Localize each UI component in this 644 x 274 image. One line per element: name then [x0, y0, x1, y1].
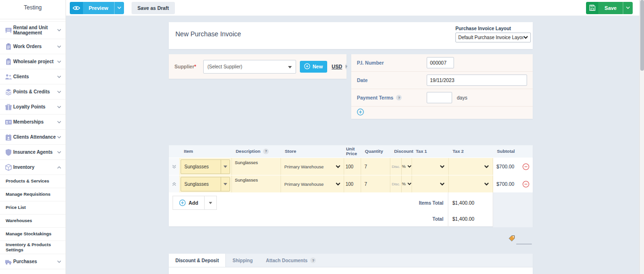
tab-attach-documents[interactable]: Attach Documents? — [259, 254, 322, 267]
sidebar-item-points-credits[interactable]: Points & Credits — [0, 84, 66, 99]
item-select[interactable]: Sunglasses — [181, 159, 230, 174]
date-label: Date — [357, 77, 427, 83]
row-move-down-handle[interactable] — [169, 158, 179, 175]
days-suffix: days — [457, 95, 467, 100]
store-select[interactable]: Primary Warehouse — [281, 182, 344, 187]
preview-dropdown-caret[interactable] — [114, 2, 124, 14]
invoice-details-panel: P.I. Number Date Payment Terms? days — [351, 54, 533, 119]
total-value: $1,400.00 — [452, 216, 474, 222]
clipboard-icon — [5, 58, 13, 66]
invoice-layout-select[interactable]: Default Purchase Invoice Layout — [455, 33, 531, 42]
currency-help-icon[interactable]: ? — [345, 64, 347, 69]
unit-price-cell[interactable]: 100 — [344, 158, 361, 175]
discount-unit-select[interactable]: % — [401, 175, 412, 192]
sidebar-subitem-products-services[interactable]: Products & Services — [0, 174, 66, 188]
add-field-plus-icon[interactable] — [357, 108, 364, 117]
add-field-row — [351, 107, 533, 119]
discount-input[interactable] — [390, 182, 401, 186]
sidebar-item-label: Work Orders — [13, 44, 57, 50]
store-select-value: Primary Warehouse — [284, 164, 336, 169]
sidebar-item-clients-attendance[interactable]: Clients Attendance — [0, 129, 66, 144]
new-supplier-button[interactable]: New — [300, 61, 327, 73]
tax1-select[interactable] — [412, 175, 448, 192]
sidebar-subitem-label: Products & Services — [6, 179, 62, 184]
sidebar-subitem-manage-requisitions[interactable]: Manage Requisitions — [0, 188, 66, 201]
quantity-cell[interactable]: 7 — [361, 158, 390, 175]
tax2-cell — [449, 175, 493, 192]
tax2-select[interactable] — [449, 175, 493, 192]
sidebar-item-label: Memberships — [13, 119, 57, 125]
store-cell: Primary Warehouse — [281, 175, 344, 192]
add-item-button[interactable]: Add — [173, 196, 205, 210]
store-cell: Primary Warehouse — [281, 158, 344, 175]
people-icon — [5, 73, 13, 81]
page-title: New Purchase Invoice — [175, 30, 241, 38]
unit-price-cell[interactable]: 100 — [344, 175, 361, 192]
sidebar-item-inventory[interactable]: Inventory — [0, 159, 66, 174]
save-button[interactable]: Save — [586, 2, 633, 14]
vertical-scrollbar[interactable] — [639, 0, 644, 274]
layers-icon — [5, 88, 13, 96]
store-select[interactable]: Primary Warehouse — [281, 164, 344, 169]
sidebar-item-rental-unit-management[interactable]: Rental and Unit Management — [0, 21, 66, 39]
save-dropdown-caret[interactable] — [623, 2, 633, 14]
payment-terms-input[interactable] — [427, 92, 452, 103]
tab-discount-deposit[interactable]: Discount & Deposit — [169, 254, 226, 267]
pi-number-input[interactable] — [427, 57, 454, 68]
description-help-icon[interactable]: ? — [263, 149, 269, 154]
supplier-select-value: (Select Supplier) — [207, 64, 288, 69]
payment-terms-help-icon[interactable]: ? — [396, 95, 402, 100]
layout-select-label: Purchase Invoice Layout — [455, 26, 531, 31]
sidebar-item-work-orders[interactable]: Work Orders — [0, 39, 66, 54]
chevron-down-icon — [57, 106, 62, 108]
sidebar-item-wholesale-project[interactable]: Wholesale project — [0, 54, 66, 69]
calendar-person-icon — [5, 133, 13, 141]
tab-shipping[interactable]: Shipping — [226, 254, 259, 267]
chevron-down-icon — [57, 45, 62, 48]
tags-icon[interactable] — [508, 235, 515, 244]
bottom-tabs-card: Discount & Deposit Shipping Attach Docum… — [169, 254, 533, 274]
tax2-select[interactable] — [449, 158, 493, 175]
quantity-cell[interactable]: 7 — [361, 175, 390, 192]
id-card-icon — [5, 118, 13, 126]
tags-input[interactable] — [516, 244, 532, 244]
sidebar-subitem-manage-stocktakings[interactable]: Manage Stocktakings — [0, 227, 66, 241]
sidebar-subitem-label: Manage Stocktakings — [6, 232, 62, 237]
sidebar-item-memberships[interactable]: Memberships — [0, 114, 66, 129]
remove-row-button[interactable] — [519, 175, 533, 192]
sidebar-item-purchases[interactable]: Purchases — [0, 254, 66, 269]
sidebar-item-loyalty-points[interactable]: Loyalty Points — [0, 99, 66, 114]
sidebar-item-insurance-agents[interactable]: Insurance Agents — [0, 144, 66, 159]
currency-link[interactable]: USD — [332, 64, 342, 69]
sidebar-subitem-label: Inventory & Products Settings — [6, 242, 62, 253]
tax1-select[interactable] — [412, 158, 448, 175]
supplier-select[interactable]: (Select Supplier) — [203, 60, 296, 74]
sidebar-item-label: Inventory — [13, 165, 57, 170]
description-cell[interactable]: Sunglasses — [232, 158, 281, 175]
discount-cell: % — [390, 158, 412, 175]
save-as-draft-button[interactable]: Save as Draft — [132, 2, 175, 14]
discount-unit-select[interactable]: % — [401, 158, 412, 175]
sidebar-item-clients[interactable]: Clients — [0, 69, 66, 84]
scrollbar-thumb[interactable] — [640, 0, 644, 71]
chevron-down-icon — [57, 60, 62, 63]
remove-row-button[interactable] — [519, 158, 533, 175]
item-select[interactable]: Sunglasses — [181, 177, 230, 191]
sidebar-item-label: Purchases — [13, 259, 57, 265]
tax1-cell — [412, 175, 449, 192]
sidebar-subitem-price-list[interactable]: Price List — [0, 201, 66, 214]
attach-documents-help-icon[interactable]: ? — [310, 257, 316, 263]
tax2-cell — [449, 158, 493, 175]
sidebar-item-label: Wholesale project — [13, 59, 57, 65]
sidebar-subitem-warehouses[interactable]: Warehouses — [0, 214, 66, 227]
add-dropdown-caret[interactable] — [204, 196, 217, 210]
sidebar-subitem-inventory-products-settings[interactable]: Inventory & Products Settings — [0, 241, 66, 254]
discount-input[interactable] — [390, 165, 401, 169]
preview-button[interactable]: Preview — [70, 2, 124, 14]
sidebar-item-partial[interactable] — [0, 269, 66, 274]
item-cell: Sunglasses — [179, 175, 232, 192]
sidebar-item-label: Rental and Unit Management — [13, 25, 57, 36]
row-move-up-handle[interactable] — [169, 175, 179, 192]
description-cell[interactable]: Sunglasses — [232, 175, 281, 192]
date-input[interactable] — [427, 75, 527, 86]
